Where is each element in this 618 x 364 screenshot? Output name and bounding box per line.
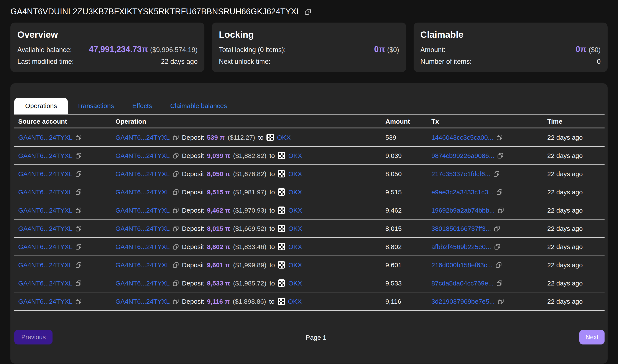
operation-account-link[interactable]: GA4NT6...24TYXL (116, 188, 170, 196)
operation-account-link[interactable]: GA4NT6...24TYXL (116, 225, 170, 232)
copy-icon[interactable] (493, 171, 500, 177)
tab-effects[interactable]: Effects (123, 98, 161, 114)
source-account-link[interactable]: GA4NT6...24TYXL (18, 170, 72, 177)
operation-action: Deposit (182, 134, 204, 141)
source-account-link[interactable]: GA4NT6...24TYXL (18, 152, 72, 159)
okx-link[interactable]: OKX (278, 279, 302, 287)
okx-logo-icon (266, 134, 274, 141)
tx-hash-link[interactable]: 87cda5da04cc769e... (431, 279, 494, 287)
copy-icon[interactable] (76, 280, 82, 286)
tx-hash-link[interactable]: 3d219037969be7e5... (431, 298, 495, 305)
operation-account-link[interactable]: GA4NT6...24TYXL (116, 207, 170, 214)
tx-cell: 1446043cc3c5ca00... (431, 134, 547, 141)
copy-icon[interactable] (76, 298, 82, 304)
okx-link[interactable]: OKX (278, 261, 302, 269)
operation-action: Deposit (182, 188, 204, 196)
copy-icon[interactable] (173, 153, 179, 158)
tx-hash-link[interactable]: 1446043cc3c5ca00... (431, 134, 493, 141)
copy-icon[interactable] (497, 153, 503, 158)
tab-transactions[interactable]: Transactions (68, 98, 123, 114)
copy-icon[interactable] (76, 207, 82, 213)
copy-icon[interactable] (497, 280, 503, 286)
operation-account-link[interactable]: GA4NT6...24TYXL (116, 298, 170, 305)
copy-icon[interactable] (173, 244, 179, 250)
source-account-link[interactable]: GA4NT6...24TYXL (18, 298, 72, 305)
copy-icon[interactable] (76, 171, 82, 177)
locking-pi-value: 0π (374, 45, 385, 54)
copy-icon[interactable] (76, 262, 82, 268)
okx-link[interactable]: OKX (278, 170, 302, 177)
time-cell: 22 days ago (547, 170, 605, 177)
tx-hash-link[interactable]: 217c35337e1fdcf6... (431, 170, 490, 177)
amount-cell: 539 (385, 134, 431, 141)
operation-amount-usd: ($1,676.82) (233, 170, 266, 177)
okx-label: OKX (288, 152, 302, 159)
source-account-link[interactable]: GA4NT6...24TYXL (18, 207, 72, 214)
operation-amount-usd: ($1,833.46) (233, 243, 266, 250)
okx-link[interactable]: OKX (278, 225, 302, 232)
copy-icon[interactable] (494, 244, 500, 250)
okx-link[interactable]: OKX (278, 207, 302, 214)
copy-icon[interactable] (173, 189, 179, 195)
tx-hash-link[interactable]: 9874cb99226a9086... (431, 152, 494, 159)
operation-account-link[interactable]: GA4NT6...24TYXL (116, 134, 170, 141)
operation-amount-pi: 9,039 π (207, 152, 230, 159)
tx-hash-link[interactable]: e9ae3c2a3433c1c3... (431, 188, 494, 196)
pagination-bar: Previous Page 1 Next (14, 330, 605, 344)
last-modified-label: Last modified time: (17, 57, 74, 65)
copy-icon[interactable] (76, 189, 82, 195)
copy-icon[interactable] (498, 207, 504, 213)
okx-link[interactable]: OKX (277, 298, 302, 305)
copy-icon[interactable] (497, 189, 503, 195)
copy-address-icon[interactable] (305, 8, 311, 15)
source-account-cell: GA4NT6...24TYXL (14, 298, 116, 305)
okx-link[interactable]: OKX (278, 188, 302, 196)
copy-icon[interactable] (496, 262, 502, 268)
copy-icon[interactable] (76, 244, 82, 250)
claimable-amount-row: Amount: 0π($0) (420, 45, 601, 54)
operation-action: Deposit (182, 170, 204, 177)
source-account-link[interactable]: GA4NT6...24TYXL (18, 261, 72, 269)
operation-account-link[interactable]: GA4NT6...24TYXL (116, 170, 170, 177)
source-account-link[interactable]: GA4NT6...24TYXL (18, 279, 72, 287)
tx-hash-link[interactable]: 216d000b158ef63c... (431, 261, 493, 269)
next-button[interactable]: Next (579, 330, 605, 344)
copy-icon[interactable] (173, 134, 179, 140)
copy-icon[interactable] (173, 298, 179, 304)
operation-to-text: to (270, 207, 275, 214)
copy-icon[interactable] (173, 225, 179, 232)
copy-icon[interactable] (496, 134, 502, 140)
copy-icon[interactable] (76, 225, 82, 232)
operation-cell: GA4NT6...24TYXL Deposit 9,462 π ($1,970.… (116, 207, 385, 214)
source-account-link[interactable]: GA4NT6...24TYXL (18, 188, 72, 196)
source-account-cell: GA4NT6...24TYXL (14, 170, 116, 177)
tx-hash-link[interactable]: 19692b9a2ab74bbb... (431, 207, 495, 214)
operation-account-link[interactable]: GA4NT6...24TYXL (116, 261, 170, 269)
header-tx: Tx (431, 117, 547, 125)
okx-link[interactable]: OKX (266, 134, 290, 141)
source-account-link[interactable]: GA4NT6...24TYXL (18, 243, 72, 250)
table-row: GA4NT6...24TYXL GA4NT6...24TYXL Deposit … (14, 292, 605, 311)
okx-link[interactable]: OKX (278, 243, 302, 250)
overview-card: Overview Available balance: 47,991,234.7… (10, 23, 205, 72)
copy-icon[interactable] (173, 207, 179, 213)
copy-icon[interactable] (494, 225, 500, 232)
tab-operations[interactable]: Operations (14, 98, 68, 114)
time-cell: 22 days ago (547, 152, 605, 159)
copy-icon[interactable] (173, 262, 179, 268)
tx-hash-link[interactable]: afbb2f4569b225e0... (431, 243, 491, 250)
previous-button[interactable]: Previous (14, 330, 53, 344)
operation-account-link[interactable]: GA4NT6...24TYXL (116, 243, 170, 250)
okx-link[interactable]: OKX (278, 152, 302, 159)
copy-icon[interactable] (76, 153, 82, 158)
copy-icon[interactable] (498, 298, 504, 304)
copy-icon[interactable] (173, 280, 179, 286)
tx-hash-link[interactable]: 3801850166737ff3... (431, 225, 491, 232)
operation-account-link[interactable]: GA4NT6...24TYXL (116, 152, 170, 159)
tab-claimable-balances[interactable]: Claimable balances (161, 98, 236, 114)
source-account-link[interactable]: GA4NT6...24TYXL (18, 225, 72, 232)
source-account-link[interactable]: GA4NT6...24TYXL (18, 134, 72, 141)
copy-icon[interactable] (76, 134, 82, 140)
copy-icon[interactable] (173, 171, 179, 177)
operation-account-link[interactable]: GA4NT6...24TYXL (116, 279, 170, 287)
